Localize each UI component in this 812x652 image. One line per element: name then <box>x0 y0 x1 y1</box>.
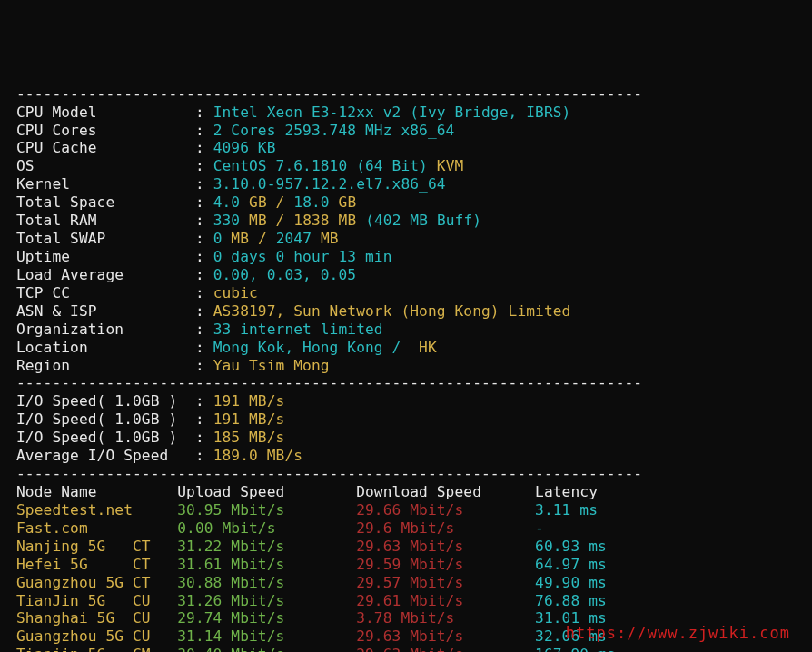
terminal-output: ----------------------------------------… <box>16 85 796 652</box>
watermark: https://www.zjwiki.com <box>566 624 790 643</box>
